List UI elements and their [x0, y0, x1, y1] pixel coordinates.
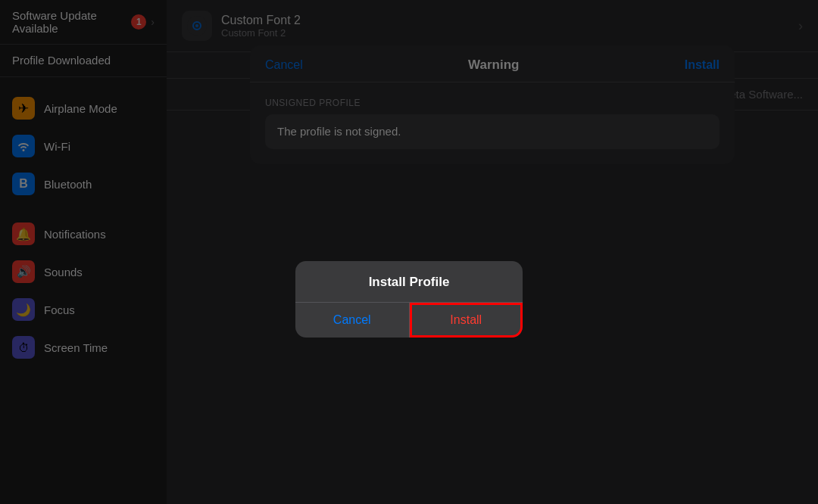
- install-profile-install-button[interactable]: Install: [410, 303, 523, 338]
- install-profile-cancel-button[interactable]: Cancel: [295, 303, 410, 338]
- install-profile-title: Install Profile: [295, 261, 523, 302]
- dark-overlay: [0, 0, 818, 504]
- install-profile-popup: Install Profile Cancel Install: [295, 261, 523, 338]
- install-profile-buttons: Cancel Install: [295, 302, 523, 338]
